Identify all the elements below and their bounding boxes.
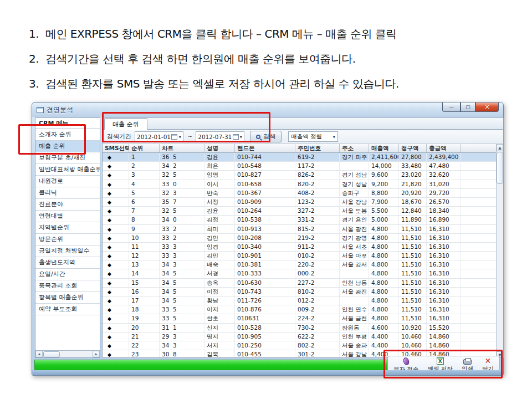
table-row[interactable]: ◆732 5김윤010-264327-2서울 도봉5,50012,84018,3… — [103, 207, 496, 216]
window-controls: — ▢ ✕ — [442, 103, 499, 112]
table-cell: 8 — [129, 216, 160, 224]
table-row[interactable]: ◆635 7서정010-909123-2서울 강남7,90018,67026,5… — [103, 198, 496, 207]
table-cell: 810-2 — [295, 288, 340, 296]
column-header[interactable]: 매출액 — [369, 144, 399, 152]
table-cell: 서울 강남 — [340, 198, 369, 206]
sidebar-item[interactable]: 방문순위 — [35, 234, 100, 245]
sort-dropdown-value: 매출액 정렬 — [291, 133, 332, 141]
minimize-button[interactable]: — — [442, 103, 461, 112]
table-row[interactable]: ◆2129 3명지010-905622-2인천 부평4,40010,46014,… — [103, 332, 496, 341]
scrollbar-thumb[interactable] — [43, 351, 60, 357]
table-row[interactable]: ◆234 2최은010-548117-214,00033,48047,480 — [103, 162, 496, 171]
table-vertical-scrollbar[interactable]: ▲ ▼ — [496, 144, 503, 358]
sidebar-item[interactable]: 내원경로 — [35, 176, 100, 187]
sidebar-item[interactable]: 품목관리 조회 — [35, 280, 100, 292]
instruction-line-2: 2.검색기간을 선택 후 검색 하면 한의원에 매출 순위를 보여줍니다. — [29, 52, 516, 66]
column-header[interactable]: 총금액 — [427, 144, 461, 152]
table-cell — [340, 162, 369, 170]
table-row[interactable]: ◆1734 5황남011-726012-24,80011,51016,310 — [103, 296, 496, 305]
scroll-up-icon[interactable]: ▲ — [497, 144, 503, 151]
table-cell-filler — [461, 332, 496, 341]
table-cell: 16,310 — [427, 234, 461, 242]
table-row[interactable]: ◆1233 3김민010-901010-2서울 마포4,80011,51016,… — [103, 252, 496, 260]
table-cell: 33,480 — [399, 162, 427, 170]
sort-dropdown[interactable]: 매출액 정렬 ▼ — [288, 131, 338, 142]
table-cell: 18,340 — [427, 207, 461, 215]
column-header[interactable]: 주민번호 — [295, 144, 340, 152]
sidebar-item[interactable]: 진료분야 — [35, 199, 100, 211]
sidebar-item[interactable]: 클리닉 — [35, 187, 100, 199]
table-row[interactable]: ◆1133 3임경010-340911-2서울 서초4,80011,51016,… — [103, 243, 496, 252]
table-cell: 15,520 — [427, 324, 461, 332]
scroll-right-icon[interactable]: ▸ — [93, 351, 100, 357]
sidebar-horizontal-scrollbar[interactable]: ◂ ▸ — [35, 350, 100, 357]
table-row[interactable]: ◆532 3반숙010-367408-2송파구8,80020,92029,720 — [103, 189, 496, 198]
table-cell: 서지 — [204, 341, 235, 350]
column-header[interactable]: SMS선택 — [103, 144, 129, 152]
instruction-text: 검색된 환자를 SMS 발송 또는 엑셀로 저장 하시어 관리 하실 수 있습니… — [45, 77, 399, 90]
table-row[interactable]: ◆433 0이시010-658820-2경기 성남9,20021,82031,0… — [103, 180, 496, 189]
column-header[interactable]: 성명 — [204, 144, 235, 152]
maximize-button[interactable]: ▢ — [461, 103, 475, 112]
table-row[interactable]: ◆1933 5한초010631224-2서울 금천4,80011,51016,3… — [103, 314, 496, 323]
table-cell: 경기 광명 — [340, 234, 369, 242]
table-cell: 18 — [129, 305, 160, 314]
table-row[interactable]: ◆1033 2김민010-208219-2경기 광명4,80011,51016,… — [103, 234, 496, 243]
close-button[interactable]: ✕ — [475, 103, 499, 112]
table-cell: 서울 송파 — [340, 341, 369, 350]
table-cell: 19 — [129, 314, 160, 323]
sidebar-item[interactable]: 금일지정 처방일수 — [35, 245, 100, 257]
table-cell: 327-2 — [295, 207, 340, 215]
table-row[interactable]: ◆332 5임명010-827826-2경기 성남9,60023,02032,6… — [103, 171, 496, 180]
table-row[interactable]: ◆1334 3배숙010-381220-2서울 강서4,80011,51016,… — [103, 260, 496, 269]
table-row[interactable]: ◆1434 5서경010-333000-24,80011,51016,310 — [103, 269, 496, 278]
table-cell: 34 5 — [160, 279, 204, 287]
table-cell: 4,800 — [369, 260, 399, 269]
sidebar-item[interactable]: 일반대표처방 매출순위 — [35, 164, 100, 176]
column-header[interactable]: 차트 — [160, 144, 204, 152]
table-cell: ◆ — [103, 341, 129, 350]
sidebar-item[interactable]: 예약 부도조회 — [35, 304, 100, 315]
slide-page: 1.메인 EXRPESS 창에서 CRM을 클릭 합니다 – CRM 메뉴 – … — [0, 0, 532, 399]
sidebar-item[interactable]: 지역별순위 — [35, 222, 100, 234]
scroll-left-icon[interactable]: ◂ — [35, 351, 43, 357]
table-row[interactable]: ◆136 5김윤010-744619-2경기 파주2,411,60027,800… — [103, 153, 496, 162]
table-cell: 최미 — [204, 225, 235, 233]
table-cell: 3 — [129, 171, 160, 179]
table-cell: 7 — [129, 207, 160, 215]
column-header[interactable]: 청구액 — [399, 144, 427, 152]
table-row[interactable]: ◆1534 5송옥010-630227-2인천 남동4,80011,51016,… — [103, 279, 496, 288]
column-header[interactable]: 핸드폰 — [235, 144, 295, 152]
table-cell: ◆ — [103, 305, 129, 314]
table-row[interactable]: ◆2234 3서지010-250802-2서울 송파4,40010,46014,… — [103, 341, 496, 350]
table-cell: 경기 성남 — [340, 180, 369, 188]
table-row[interactable]: ◆2031 1신지010-528730-2잠원동4,60010,92015,52… — [103, 324, 496, 332]
column-header[interactable]: 순위 — [129, 144, 160, 152]
table-row[interactable]: ◆834 0김정010-538331-2경기 용인5,00011,89016,8… — [103, 216, 496, 224]
sidebar-item[interactable]: 요일/시간 — [35, 269, 100, 280]
table-cell: 김민 — [204, 234, 235, 242]
table-cell: 31 1 — [160, 324, 204, 332]
column-header[interactable]: 주소 — [340, 144, 369, 152]
sidebar-item[interactable]: 항목별 매출순위 — [35, 292, 100, 304]
sidebar-item[interactable]: 연령대별 — [35, 211, 100, 222]
sidebar-item[interactable]: 출생년도지역 — [35, 257, 100, 269]
scrollbar-thumb[interactable] — [497, 152, 503, 184]
table-cell: 4 — [129, 180, 160, 188]
table-cell: 4,600 — [369, 324, 399, 332]
table-cell: 서울 강남 — [340, 350, 369, 358]
table-cell: ◆ — [103, 162, 129, 170]
table-cell: ◆ — [103, 234, 129, 242]
table-cell: 서울 도봉 — [340, 207, 369, 215]
table-row[interactable]: ◆1833 5이지010-876009-2인천 연수4,80011,51016,… — [103, 305, 496, 314]
table-cell: 김윤 — [204, 207, 235, 215]
table-cell: 2,439,400 — [427, 153, 461, 161]
table-cell: 010-913 — [235, 225, 295, 233]
table-cell: 송파구 — [340, 189, 369, 197]
table-row[interactable]: ◆933 2최미010-913815-2서울 광진4,80011,51016,3… — [103, 225, 496, 234]
table-cell: 16,310 — [427, 243, 461, 251]
table-cell: 11,510 — [399, 225, 427, 233]
table-row[interactable]: ◆1634 5이정010-743810-2서울 광진4,80011,51016,… — [103, 288, 496, 296]
table-cell: 경기 파주 — [340, 153, 369, 161]
table-cell-filler — [461, 314, 496, 323]
